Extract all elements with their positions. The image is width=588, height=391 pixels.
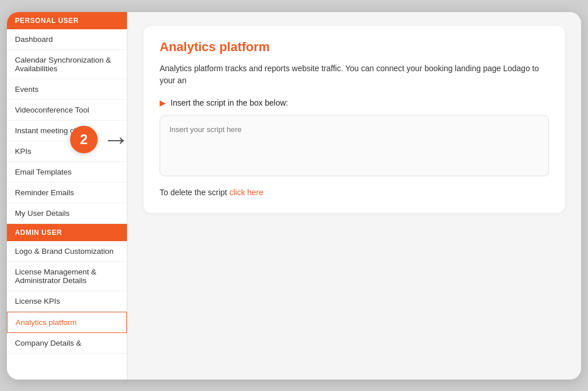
content-card: Analytics platform Analytics platform tr… [144,26,565,213]
step-indicator: 2 → [70,126,130,153]
step-badge: 2 [70,126,98,153]
instruction-row: ▶ Insert the script in the box below: [160,98,549,107]
sidebar-section-admin: ADMIN USER [7,224,127,241]
sidebar-item-analytics-platform[interactable]: Analytics platform [7,312,127,333]
main-content: Analytics platform Analytics platform tr… [127,12,581,380]
sidebar: PERSONAL USER Dashboard Calendar Synchro… [7,12,127,380]
delete-text: To delete the script [160,188,229,197]
sidebar-item-dashboard[interactable]: Dashboard [7,29,127,50]
sidebar-item-my-user-details[interactable]: My User Details [7,203,127,224]
sidebar-item-reminder-emails[interactable]: Reminder Emails [7,183,127,203]
sidebar-item-email-templates[interactable]: Email Templates [7,162,127,183]
page-title: Analytics platform [160,40,549,55]
arrow-icon: → [102,126,130,153]
sidebar-item-license-kpis[interactable]: License KPIs [7,291,127,312]
sidebar-item-calendar-sync[interactable]: Calendar Synchronization & Availabilitie… [7,50,127,79]
script-box [160,115,549,176]
delete-link[interactable]: click here [229,188,263,197]
instruction-text: Insert the script in the box below: [171,98,288,107]
script-input[interactable] [160,116,548,173]
sidebar-item-logo-brand[interactable]: Logo & Brand Customization [7,241,127,262]
app-window: PERSONAL USER Dashboard Calendar Synchro… [7,12,581,380]
play-icon: ▶ [160,98,166,107]
sidebar-item-company-details[interactable]: Company Details & [7,333,127,354]
page-description: Analytics platform tracks and reports we… [160,63,549,87]
sidebar-item-license-management[interactable]: License Management & Administrator Detai… [7,262,127,291]
delete-row: To delete the script click here [160,188,549,197]
sidebar-item-videoconference[interactable]: Videoconference Tool [7,100,127,121]
sidebar-section-personal: PERSONAL USER [7,12,127,29]
sidebar-item-events[interactable]: Events [7,79,127,100]
